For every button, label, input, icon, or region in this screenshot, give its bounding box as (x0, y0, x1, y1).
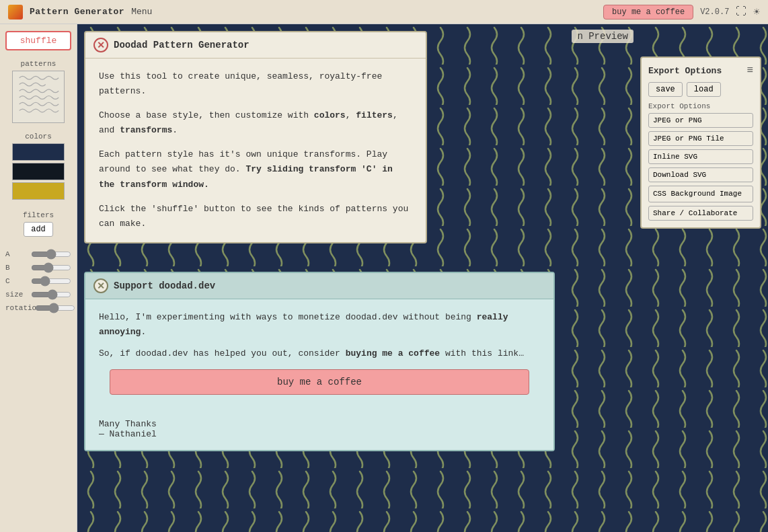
export-css-background-button[interactable]: CSS Background Image (648, 186, 753, 202)
settings-icon[interactable]: ☀ (753, 5, 760, 19)
info-body-line4: Click the 'shuffle' button to see the ki… (99, 202, 412, 231)
colors-label: colors (5, 132, 71, 141)
support-modal-body: Hello, I'm experimenting with ways to mo… (85, 299, 553, 414)
slider-size[interactable] (31, 289, 71, 300)
slider-row-rotation: rotation (5, 303, 71, 313)
slider-rotation-label: rotation (5, 304, 32, 312)
export-jpeg-png-tile-button[interactable]: JPEG or PNG Tile (648, 131, 753, 146)
filters-section: filters add (5, 211, 71, 237)
thanks-text: Many Thanks (99, 419, 540, 429)
info-modal-title: Doodad Pattern Generator (114, 40, 249, 50)
export-panel-header: Export Options ≡ (648, 65, 753, 77)
slider-a[interactable] (31, 249, 71, 260)
slider-row-size: size (5, 289, 71, 300)
export-save-load-row: save load (648, 82, 753, 97)
menu-button[interactable]: Menu (131, 7, 152, 17)
support-modal: ✕ Support doodad.dev Hello, I'm experime… (84, 272, 555, 451)
slider-b-label: B (5, 264, 28, 272)
export-panel: Export Options ≡ save load Export Option… (640, 56, 761, 229)
pattern-preview[interactable] (12, 71, 65, 123)
filters-label: filters (5, 211, 71, 219)
author-text: — Nathaniel (99, 429, 540, 439)
app-title: Pattern Generator (30, 7, 124, 17)
slider-row-a: A (5, 249, 71, 260)
close-icon: ✕ (97, 40, 105, 50)
export-menu-icon[interactable]: ≡ (746, 65, 753, 77)
fullscreen-icon[interactable]: ⛶ (736, 5, 746, 18)
export-options-label: Export Options (648, 102, 753, 110)
support-modal-close-button[interactable]: ✕ (93, 278, 108, 293)
slider-c[interactable] (31, 276, 71, 287)
info-modal-body: Use this tool to create unique, seamless… (85, 59, 426, 242)
load-button[interactable]: load (687, 82, 721, 97)
patterns-section: patterns (5, 60, 71, 123)
info-body-line2: Choose a base style, then customize with… (99, 108, 412, 138)
info-body-line1: Use this tool to create unique, seamless… (99, 69, 412, 99)
info-modal-header: ✕ Doodad Pattern Generator (85, 32, 426, 59)
sidebar: shuffle patterns (0, 24, 77, 532)
patterns-label: patterns (5, 60, 71, 68)
export-inline-svg-button[interactable]: Inline SVG (648, 149, 753, 164)
slider-a-label: A (5, 250, 28, 258)
close-icon: ✕ (97, 280, 105, 291)
slider-size-label: size (5, 291, 28, 299)
buy-coffee-top-button[interactable]: buy me a coffee (603, 5, 693, 20)
export-download-svg-button[interactable]: Download SVG (648, 167, 753, 182)
top-bar: Pattern Generator Menu buy me a coffee V… (0, 0, 768, 24)
sliders-section: A B C size rotation (5, 246, 71, 316)
color-swatch-1[interactable] (12, 143, 65, 161)
share-collaborate-button[interactable]: Share / Collaborate (648, 206, 753, 221)
info-modal-close-button[interactable]: ✕ (93, 38, 108, 52)
support-body-line1: Hello, I'm experimenting with ways to mo… (99, 310, 540, 340)
version-label: V2.0.7 (700, 7, 729, 17)
shuffle-button[interactable]: shuffle (5, 31, 71, 50)
color-swatch-3[interactable] (12, 182, 65, 200)
slider-b[interactable] (31, 262, 71, 273)
info-modal: ✕ Doodad Pattern Generator Use this tool… (84, 31, 427, 243)
preview-label: n Preview (572, 30, 633, 43)
color-swatch-2[interactable] (12, 163, 65, 180)
content-area: n Preview ✕ Doodad Pattern Generator Use… (77, 24, 768, 532)
support-modal-header: ✕ Support doodad.dev (85, 273, 553, 299)
slider-c-label: C (5, 277, 28, 285)
export-jpeg-png-button[interactable]: JPEG or PNG (648, 113, 753, 128)
colors-section: colors (5, 132, 71, 202)
export-panel-title: Export Options (648, 66, 722, 76)
top-bar-right: buy me a coffee V2.0.7 ⛶ ☀ (603, 5, 760, 20)
info-body-line3: Each pattern style has it's own unique t… (99, 147, 412, 192)
support-body-line2: So, if doodad.dev has helped you out, co… (99, 346, 540, 361)
main-layout: shuffle patterns (0, 24, 768, 532)
buy-coffee-main-button[interactable]: buy me a coffee (110, 369, 529, 395)
slider-row-c: C (5, 276, 71, 287)
app-logo (8, 5, 23, 20)
slider-row-b: B (5, 262, 71, 273)
support-footer: Many Thanks — Nathaniel (85, 414, 553, 450)
slider-rotation[interactable] (35, 303, 75, 313)
add-filter-button[interactable]: add (24, 222, 53, 237)
save-button[interactable]: save (648, 82, 683, 97)
support-modal-title: Support doodad.dev (114, 280, 215, 291)
